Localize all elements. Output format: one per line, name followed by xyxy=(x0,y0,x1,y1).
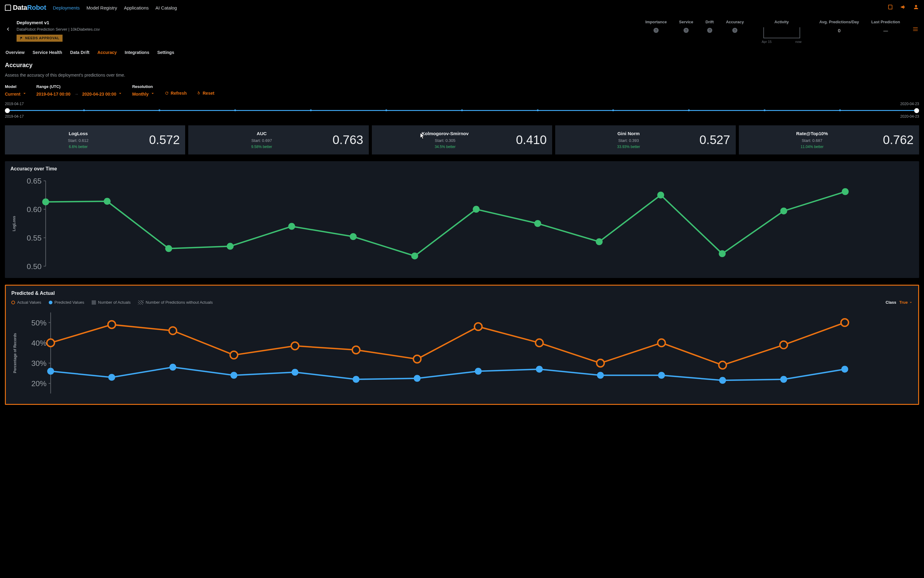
back-button[interactable] xyxy=(5,27,10,33)
legend-actual: Actual Values xyxy=(11,300,41,305)
help-icon[interactable]: ? xyxy=(653,27,659,33)
slider-handle-right[interactable] xyxy=(914,108,919,113)
metric-card-better: 11.04% better xyxy=(801,144,823,149)
model-filter-label: Model xyxy=(5,84,27,89)
help-icon[interactable]: ? xyxy=(683,27,689,33)
stat-avg-pred-label: Avg. Predictions/Day xyxy=(820,19,859,25)
metric-card[interactable]: AUC Start: 0.697 9.58% better 0.763 xyxy=(188,125,369,154)
accuracy-over-time-panel: Accuracy over Time LogLoss 0.500.550.600… xyxy=(5,161,919,278)
metric-card-value: 0.527 xyxy=(700,131,730,148)
top-nav: Deployments Model Registry Applications … xyxy=(53,5,177,11)
metric-card-better: 9.58% better xyxy=(252,144,272,149)
docs-icon[interactable] xyxy=(887,4,893,12)
metric-card[interactable]: Kolmogorov-Smirnov Start: 0.305 34.5% be… xyxy=(372,125,552,154)
chart2-title: Predicted & Actual xyxy=(11,290,913,297)
svg-point-29 xyxy=(780,208,787,214)
metric-card-name: Gini Norm xyxy=(617,130,640,137)
svg-point-62 xyxy=(536,366,542,373)
stat-avg-pred-value: 0 xyxy=(820,27,859,34)
announcements-icon[interactable] xyxy=(900,4,906,12)
tab-data-drift[interactable]: Data Drift xyxy=(70,50,89,56)
stat-drift-label: Drift xyxy=(705,19,714,25)
svg-text:0.65: 0.65 xyxy=(27,177,41,185)
metric-card-value: 0.762 xyxy=(883,131,914,148)
deployment-menu-icon[interactable] xyxy=(913,26,919,34)
activity-start: Apr 15 xyxy=(762,39,771,44)
help-icon[interactable]: ? xyxy=(706,27,713,33)
svg-point-46 xyxy=(413,356,421,363)
deployment-tabs: Overview Service Health Data Drift Accur… xyxy=(0,44,924,59)
help-icon[interactable]: ? xyxy=(732,27,738,33)
stat-accuracy-label: Accuracy xyxy=(726,19,744,25)
legend-num-actuals: Number of Actuals xyxy=(92,300,131,305)
tab-integrations[interactable]: Integrations xyxy=(125,50,149,56)
brand-text-2: Robot xyxy=(27,4,46,11)
svg-point-63 xyxy=(597,372,604,379)
slider-handle-left[interactable] xyxy=(5,108,10,113)
slider-ticks xyxy=(7,109,917,112)
resolution-text: Monthly xyxy=(132,91,149,97)
nav-applications[interactable]: Applications xyxy=(124,5,149,11)
svg-point-58 xyxy=(292,369,298,376)
svg-point-19 xyxy=(165,245,172,252)
date-range-slider[interactable]: 2019-04-17 2020-04-23 2019-04-17 2020-04… xyxy=(5,101,919,119)
svg-point-47 xyxy=(474,323,482,331)
svg-point-67 xyxy=(841,366,848,373)
metric-card-name: Rate@Top10% xyxy=(796,130,828,137)
svg-point-20 xyxy=(227,243,233,250)
class-selector[interactable]: True xyxy=(900,300,913,305)
stat-service-label: Service xyxy=(679,19,693,25)
svg-point-48 xyxy=(536,339,543,347)
svg-text:20%: 20% xyxy=(31,380,46,388)
tab-accuracy[interactable]: Accuracy xyxy=(97,50,117,56)
legend-actual-label: Actual Values xyxy=(17,300,41,305)
chevron-down-icon xyxy=(151,91,155,97)
chart1-plot: 0.500.550.600.65 xyxy=(18,175,914,272)
svg-point-27 xyxy=(657,192,664,198)
svg-point-17 xyxy=(42,198,49,205)
logo-icon xyxy=(5,5,11,11)
class-value: True xyxy=(900,300,908,305)
metric-card-name: Kolmogorov-Smirnov xyxy=(422,130,468,137)
legend-pred-no-actuals: Number of Predictions without Actuals xyxy=(138,300,213,305)
metric-card[interactable]: Gini Norm Start: 0.393 33.93% better 0.5… xyxy=(555,125,736,154)
metric-card-value: 0.410 xyxy=(516,131,547,148)
nav-deployments[interactable]: Deployments xyxy=(53,5,80,11)
user-icon[interactable] xyxy=(913,4,919,12)
metric-card-better: 6.6% better xyxy=(69,144,88,149)
metric-cards: LogLoss Start: 0.612 6.6% better 0.572 A… xyxy=(5,125,919,154)
brand-logo[interactable]: DataRobot xyxy=(5,3,46,13)
svg-point-40 xyxy=(47,339,55,347)
legend-pred-no-actuals-swatch xyxy=(138,300,143,305)
tab-service-health[interactable]: Service Health xyxy=(32,50,62,56)
svg-text:50%: 50% xyxy=(31,319,46,327)
reset-icon xyxy=(196,91,201,95)
refresh-icon xyxy=(165,91,169,95)
svg-point-24 xyxy=(473,206,479,213)
nav-ai-catalog[interactable]: AI Catalog xyxy=(156,5,177,11)
svg-point-50 xyxy=(658,339,665,347)
model-filter-value[interactable]: Current xyxy=(5,91,27,97)
top-bar: DataRobot Deployments Model Registry App… xyxy=(0,0,924,16)
svg-point-44 xyxy=(291,342,299,350)
deployment-title: Deployment v1 xyxy=(16,19,100,26)
reset-button[interactable]: Reset xyxy=(196,91,214,97)
metric-card[interactable]: Rate@Top10% Start: 0.687 11.04% better 0… xyxy=(739,125,919,154)
svg-point-49 xyxy=(597,359,604,367)
svg-point-52 xyxy=(780,341,788,349)
svg-point-28 xyxy=(719,250,725,257)
tab-settings[interactable]: Settings xyxy=(157,50,174,56)
metric-card-start: Start: 0.393 xyxy=(618,138,639,143)
tab-overview[interactable]: Overview xyxy=(5,50,24,56)
resolution-filter-value[interactable]: Monthly xyxy=(132,91,155,97)
legend-predicted-swatch xyxy=(49,300,52,304)
stat-importance-label: Importance xyxy=(645,19,667,25)
svg-point-43 xyxy=(230,352,237,359)
svg-point-25 xyxy=(534,220,541,227)
range-filter-value[interactable]: 2019-04-17 00:00 → 2020-04-23 00:00 xyxy=(36,91,123,97)
metric-card[interactable]: LogLoss Start: 0.612 6.6% better 0.572 xyxy=(5,125,185,154)
nav-model-registry[interactable]: Model Registry xyxy=(86,5,117,11)
metric-card-value: 0.572 xyxy=(149,131,180,148)
refresh-button[interactable]: Refresh xyxy=(165,91,187,97)
legend-predicted-label: Predicted Values xyxy=(55,300,84,305)
